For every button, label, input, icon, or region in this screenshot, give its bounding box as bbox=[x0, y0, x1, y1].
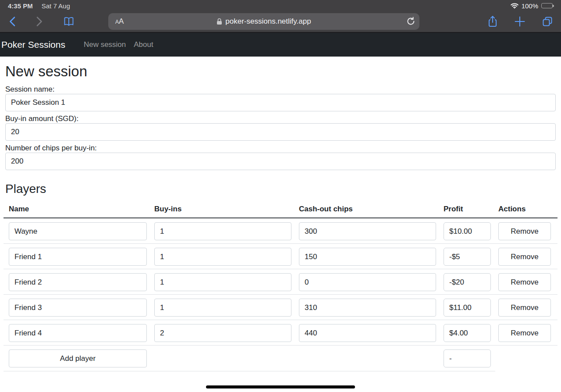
nav-link-about[interactable]: About bbox=[134, 40, 153, 49]
player-name-input[interactable] bbox=[9, 222, 147, 240]
column-header-cash-out: Cash-out chips bbox=[299, 205, 436, 214]
table-row: -$20 Remove bbox=[4, 269, 557, 295]
chips-per-buy-in-input[interactable] bbox=[5, 153, 556, 170]
chips-per-buy-in-label: Number of chips per buy-in: bbox=[5, 143, 556, 153]
table-footer-row: Add player - bbox=[4, 346, 557, 371]
buy-ins-input[interactable] bbox=[154, 299, 291, 317]
share-button[interactable] bbox=[487, 15, 498, 28]
remove-player-button[interactable]: Remove bbox=[498, 273, 551, 291]
remove-player-button[interactable]: Remove bbox=[498, 324, 551, 342]
chevron-left-icon bbox=[8, 16, 18, 27]
plus-icon bbox=[515, 16, 525, 27]
tabs-icon bbox=[542, 16, 553, 27]
page-content: New session Session name: Buy-in amount … bbox=[0, 64, 561, 371]
browser-chrome: 4:35 PM Sat 7 Aug 100% bbox=[0, 0, 561, 33]
table-row: $4.00 Remove bbox=[4, 320, 557, 346]
profit-value: $10.00 bbox=[444, 222, 491, 240]
remove-player-button[interactable]: Remove bbox=[498, 222, 551, 240]
page-title: New session bbox=[5, 64, 556, 79]
battery-percent: 100% bbox=[522, 2, 538, 10]
buy-ins-input[interactable] bbox=[154, 273, 291, 291]
profit-value: -$20 bbox=[444, 273, 491, 291]
forward-button[interactable] bbox=[34, 16, 44, 27]
reader-mode-button[interactable]: AA bbox=[113, 17, 126, 26]
tabs-button[interactable] bbox=[542, 15, 553, 28]
book-icon bbox=[64, 16, 74, 27]
buy-ins-input[interactable] bbox=[154, 324, 291, 342]
players-table: Name Buy-ins Cash-out chips Profit Actio… bbox=[4, 201, 557, 371]
back-button[interactable] bbox=[8, 16, 18, 27]
browser-toolbar: AA poker-sessions.netlify.app bbox=[0, 11, 561, 32]
reload-button[interactable] bbox=[406, 17, 415, 26]
profit-value: $4.00 bbox=[444, 324, 491, 342]
profit-value: -$5 bbox=[444, 248, 491, 266]
status-time: 4:35 PM bbox=[8, 2, 33, 10]
column-header-name: Name bbox=[9, 205, 147, 214]
site-navbar: Poker Sessions New session About bbox=[0, 33, 561, 57]
brand-link[interactable]: Poker Sessions bbox=[1, 39, 65, 50]
bookmarks-button[interactable] bbox=[64, 16, 74, 27]
buy-ins-input[interactable] bbox=[154, 222, 291, 240]
buy-in-amount-input[interactable] bbox=[5, 123, 556, 141]
cash-out-input[interactable] bbox=[299, 324, 436, 342]
table-header-row: Name Buy-ins Cash-out chips Profit Actio… bbox=[4, 201, 557, 218]
status-date: Sat 7 Aug bbox=[42, 2, 70, 10]
column-header-buy-ins: Buy-ins bbox=[154, 205, 291, 214]
player-name-input[interactable] bbox=[9, 248, 147, 266]
table-row: $11.00 Remove bbox=[4, 295, 557, 320]
table-row: -$5 Remove bbox=[4, 244, 557, 269]
home-indicator[interactable] bbox=[206, 385, 355, 388]
column-header-profit: Profit bbox=[444, 205, 491, 214]
lock-icon bbox=[217, 18, 222, 25]
table-row: $10.00 Remove bbox=[4, 218, 557, 244]
cash-out-input[interactable] bbox=[299, 273, 436, 291]
reload-icon bbox=[406, 17, 415, 26]
players-title: Players bbox=[5, 182, 556, 196]
status-bar: 4:35 PM Sat 7 Aug 100% bbox=[0, 0, 561, 11]
profit-placeholder: - bbox=[444, 349, 491, 367]
nav-link-new-session[interactable]: New session bbox=[84, 40, 126, 49]
remove-player-button[interactable]: Remove bbox=[498, 299, 551, 317]
wifi-icon bbox=[511, 3, 518, 9]
session-name-input[interactable] bbox=[5, 94, 556, 111]
buy-ins-input[interactable] bbox=[154, 248, 291, 266]
cash-out-input[interactable] bbox=[299, 248, 436, 266]
session-name-label: Session name: bbox=[5, 85, 556, 94]
profit-value: $11.00 bbox=[444, 299, 491, 317]
address-bar[interactable]: AA poker-sessions.netlify.app bbox=[108, 13, 419, 30]
player-name-input[interactable] bbox=[9, 299, 147, 317]
add-player-button[interactable]: Add player bbox=[9, 349, 147, 367]
battery-icon bbox=[541, 3, 553, 9]
remove-player-button[interactable]: Remove bbox=[498, 248, 551, 266]
cash-out-input[interactable] bbox=[299, 222, 436, 240]
chevron-right-icon bbox=[34, 16, 44, 27]
share-icon bbox=[487, 15, 498, 28]
url-text: poker-sessions.netlify.app bbox=[225, 17, 311, 26]
player-name-input[interactable] bbox=[9, 273, 147, 291]
buy-in-amount-label: Buy-in amount (SGD): bbox=[5, 114, 556, 123]
cash-out-input[interactable] bbox=[299, 299, 436, 317]
column-header-actions: Actions bbox=[498, 205, 551, 214]
player-name-input[interactable] bbox=[9, 324, 147, 342]
new-tab-button[interactable] bbox=[515, 15, 525, 28]
